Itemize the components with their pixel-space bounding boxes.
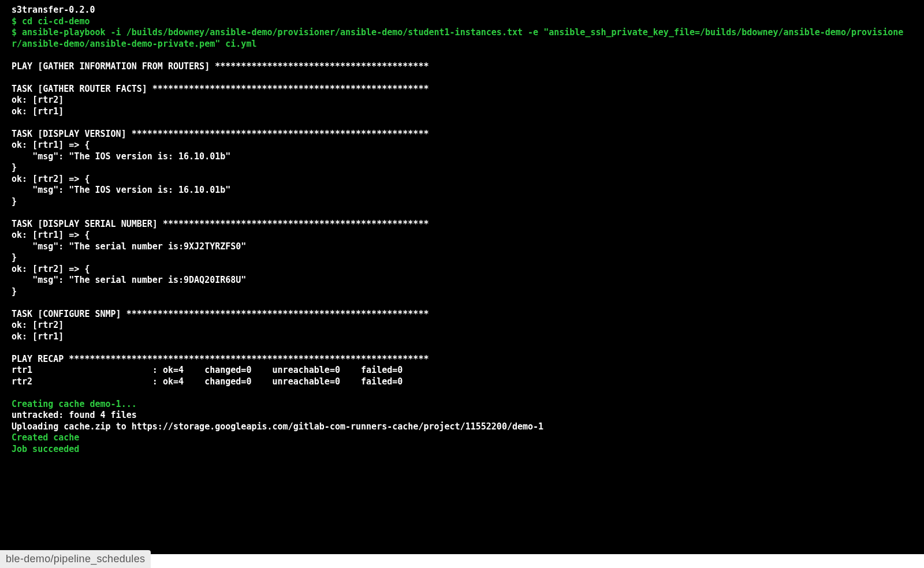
terminal-line: TASK [DISPLAY SERIAL NUMBER] ***********…	[12, 219, 912, 230]
terminal-line: untracked: found 4 files	[12, 410, 912, 421]
terminal-output[interactable]: s3transfer-0.2.0$ cd ci-cd-demo$ ansible…	[0, 0, 924, 554]
terminal-line: "msg": "The IOS version is: 16.10.01b"	[12, 151, 912, 163]
terminal-line: TASK [CONFIGURE SNMP] ******************…	[12, 309, 912, 320]
terminal-line	[12, 117, 912, 129]
terminal-line: ok: [rtr1]	[12, 106, 912, 118]
terminal-line: s3transfer-0.2.0	[12, 5, 912, 16]
terminal-line: ok: [rtr1] => {	[12, 230, 912, 241]
terminal-line: ok: [rtr2] => {	[12, 264, 912, 275]
terminal-line: TASK [DISPLAY VERSION] *****************…	[12, 129, 912, 140]
terminal-line: "msg": "The serial number is:9DAQ20IR68U…	[12, 275, 912, 286]
terminal-line: rtr2 : ok=4 changed=0 unreachable=0 fail…	[12, 376, 912, 388]
terminal-line: }	[12, 286, 912, 298]
terminal-line: ok: [rtr1]	[12, 331, 912, 343]
terminal-line: Created cache	[12, 432, 912, 444]
terminal-line: }	[12, 196, 912, 208]
terminal-line: PLAY [GATHER INFORMATION FROM ROUTERS] *…	[12, 61, 912, 73]
terminal-line	[12, 342, 912, 354]
terminal-line: rtr1 : ok=4 changed=0 unreachable=0 fail…	[12, 365, 912, 376]
terminal-line: TASK [GATHER ROUTER FACTS] *************…	[12, 84, 912, 95]
terminal-line: $ cd ci-cd-demo	[12, 16, 912, 28]
terminal-line	[12, 297, 912, 309]
terminal-line: Uploading cache.zip to https://storage.g…	[12, 421, 912, 433]
browser-link-preview: ble-demo/pipeline_schedules	[0, 550, 151, 568]
terminal-line: ok: [rtr2]	[12, 320, 912, 331]
terminal-line: ok: [rtr2]	[12, 95, 912, 106]
terminal-line: "msg": "The serial number is:9XJ2TYRZFS0…	[12, 241, 912, 253]
terminal-line: "msg": "The IOS version is: 16.10.01b"	[12, 185, 912, 196]
terminal-line: ok: [rtr1] => {	[12, 140, 912, 151]
terminal-line	[12, 50, 912, 61]
terminal-line: Creating cache demo-1...	[12, 399, 912, 410]
terminal-line	[12, 72, 912, 84]
terminal-line: $ ansible-playbook -i /builds/bdowney/an…	[12, 27, 912, 50]
terminal-line	[12, 387, 912, 399]
terminal-line: }	[12, 162, 912, 174]
terminal-line: ok: [rtr2] => {	[12, 174, 912, 185]
terminal-line: PLAY RECAP *****************************…	[12, 354, 912, 365]
terminal-line: Job succeeded	[12, 444, 912, 455]
terminal-line	[12, 207, 912, 219]
terminal-line: }	[12, 252, 912, 264]
